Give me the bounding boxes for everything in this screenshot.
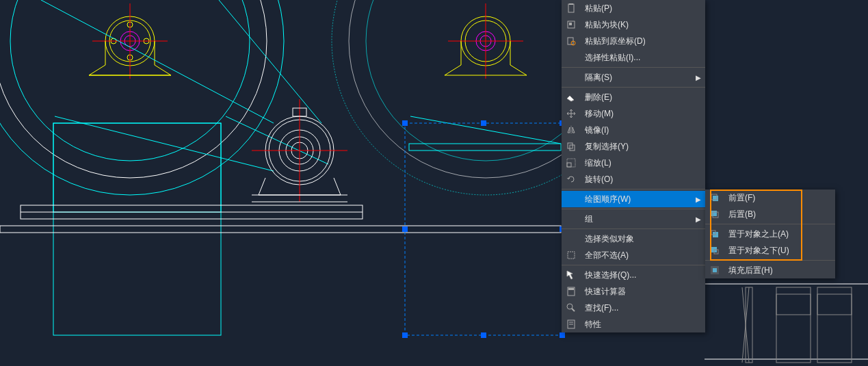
menu-group[interactable]: 组 ▶ (562, 211, 705, 227)
svg-rect-43 (409, 144, 561, 151)
menu-paste-origin-label: 粘贴到原坐标(D) (585, 36, 701, 47)
group-icon (564, 212, 578, 226)
paste-origin-icon (564, 34, 578, 48)
submenu-below-label: 置于对象之下(U) (728, 245, 831, 257)
quick-select-icon (564, 268, 578, 282)
submenu-send-below[interactable]: 置于对象之下(U) (705, 242, 835, 259)
menu-paste-as-block[interactable]: 粘贴为块(K) (562, 16, 705, 33)
cad-canvas[interactable] (0, 0, 868, 366)
svg-point-76 (567, 304, 573, 309)
bring-front-icon (708, 191, 722, 205)
submenu-bring-above[interactable]: 置于对象之上(A) (705, 226, 835, 242)
svg-rect-32 (0, 226, 561, 233)
menu-group-label: 组 (585, 213, 696, 225)
draw-order-submenu: 前置(F) 后置(B) 置于对象之上(A) 置于对象之下(U) 填充后置(H) (705, 189, 835, 278)
select-similar-icon (564, 232, 578, 246)
menu-paste-block-label: 粘贴为块(K) (585, 19, 701, 31)
send-below-icon (708, 244, 722, 257)
mirror-icon (564, 123, 578, 137)
separator (562, 189, 705, 189)
menu-rotate-label: 旋转(O) (585, 174, 701, 185)
menu-mirror[interactable]: 镜像(I) (562, 122, 705, 138)
svg-rect-59 (817, 287, 852, 315)
find-icon (564, 301, 578, 315)
svg-rect-83 (711, 211, 717, 216)
menu-delete[interactable]: 删除(E) (562, 89, 705, 105)
svg-rect-45 (402, 120, 408, 126)
menu-deselect-label: 全部不选(A) (585, 250, 701, 261)
svg-rect-50 (402, 332, 408, 338)
svg-line-77 (572, 309, 575, 311)
menu-copy-label: 复制选择(Y) (585, 141, 701, 153)
svg-rect-73 (568, 252, 575, 259)
submenu-bring-front[interactable]: 前置(F) (705, 189, 835, 206)
svg-line-14 (41, 0, 274, 123)
submenu-arrow-icon: ▶ (696, 215, 701, 223)
separator (562, 265, 705, 265)
svg-rect-90 (713, 268, 717, 272)
svg-line-16 (55, 116, 274, 171)
erase-icon (564, 90, 578, 104)
submenu-back-label: 后置(B) (728, 209, 831, 220)
menu-isolate-label: 隔离(S) (585, 72, 696, 83)
paste-special-icon (564, 51, 578, 64)
menu-paste-special-label: 选择性粘贴(I)... (585, 52, 701, 64)
menu-draw-order[interactable]: 绘图顺序(W) ▶ (562, 191, 705, 207)
svg-rect-60 (776, 294, 811, 363)
menu-select-similar-label: 选择类似对象 (585, 233, 701, 245)
menu-isolate[interactable]: 隔离(S) ▶ (562, 69, 705, 86)
svg-rect-61 (817, 294, 852, 363)
svg-point-0 (0, 0, 284, 195)
fill-behind-icon (708, 263, 722, 277)
separator (562, 209, 705, 209)
menu-properties[interactable]: 特性 (562, 316, 705, 332)
isolate-icon (564, 70, 578, 84)
menu-paste[interactable]: 粘贴(P) (562, 0, 705, 16)
scale-icon (564, 156, 578, 170)
rotate-icon (564, 172, 578, 186)
menu-delete-label: 删除(E) (585, 92, 701, 103)
svg-point-1 (0, 0, 267, 178)
calculator-icon (564, 285, 578, 298)
properties-icon (564, 317, 578, 331)
menu-paste-label: 粘贴(P) (585, 3, 701, 14)
paste-icon (564, 1, 578, 15)
menu-paste-special[interactable]: 选择性粘贴(I)... (562, 49, 705, 66)
menu-rotate[interactable]: 旋转(O) (562, 171, 705, 187)
menu-deselect-all[interactable]: 全部不选(A) (562, 247, 705, 263)
menu-scale[interactable]: 缩放(L) (562, 155, 705, 171)
copy-icon (564, 140, 578, 153)
submenu-arrow-icon: ▶ (696, 196, 701, 203)
separator (705, 260, 835, 261)
menu-find-label: 查找(F)... (585, 302, 701, 314)
separator (705, 224, 835, 224)
menu-find[interactable]: 查找(F)... (562, 300, 705, 316)
separator (562, 87, 705, 88)
menu-quick-calc-label: 快速计算器 (585, 286, 701, 298)
menu-mirror-label: 镜像(I) (585, 125, 701, 136)
menu-move[interactable]: 移动(M) (562, 105, 705, 122)
submenu-send-back[interactable]: 后置(B) (705, 206, 835, 222)
menu-move-label: 移动(M) (585, 108, 701, 120)
menu-quick-select-label: 快速选择(Q)... (585, 270, 701, 281)
menu-draw-order-label: 绘图顺序(W) (585, 194, 696, 205)
menu-copy-selection[interactable]: 复制选择(Y) (562, 138, 705, 155)
menu-select-similar[interactable]: 选择类似对象 (562, 231, 705, 247)
deselect-icon (564, 248, 578, 262)
submenu-above-label: 置于对象之上(A) (728, 228, 831, 240)
svg-rect-65 (569, 23, 572, 25)
paste-block-icon (564, 18, 578, 31)
svg-rect-44 (405, 123, 562, 335)
svg-rect-75 (568, 288, 574, 290)
menu-paste-original[interactable]: 粘贴到原坐标(D) (562, 33, 705, 49)
submenu-fill-behind[interactable]: 填充后置(H) (705, 262, 835, 278)
svg-rect-52 (560, 332, 565, 338)
svg-rect-28 (53, 123, 221, 335)
svg-rect-62 (568, 4, 574, 12)
svg-rect-46 (481, 120, 486, 126)
menu-quick-calc[interactable]: 快速计算器 (562, 283, 705, 300)
svg-rect-48 (402, 226, 408, 232)
menu-properties-label: 特性 (585, 319, 701, 330)
menu-quick-select[interactable]: 快速选择(Q)... (562, 267, 705, 283)
bring-above-icon (708, 227, 722, 241)
